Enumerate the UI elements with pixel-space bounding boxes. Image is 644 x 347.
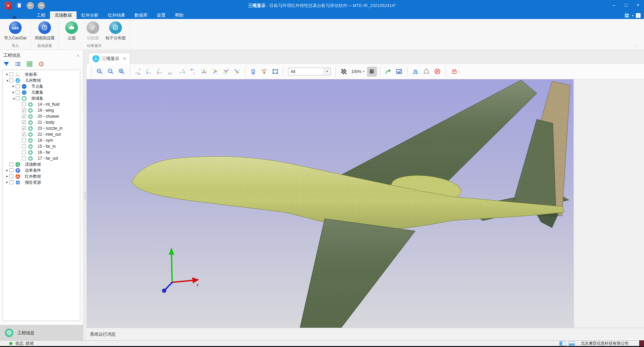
project-info-footer-button[interactable]: 工程信息: [0, 325, 83, 340]
minimize-button[interactable]: –: [608, 0, 620, 10]
zoom-out-button[interactable]: [106, 67, 116, 77]
tree-item-3[interactable]: ▶节点集: [3, 83, 80, 89]
tree-checkbox[interactable]: [22, 150, 26, 154]
expanded-arrow-icon[interactable]: ◢: [5, 79, 9, 82]
layout-toggle-2-icon[interactable]: [569, 341, 575, 346]
view-top-button[interactable]: [177, 67, 187, 77]
tree-checkbox[interactable]: [22, 138, 26, 142]
contour-cloud-button[interactable]: 云图: [63, 21, 80, 41]
particle-distribution-button[interactable]: 粒子分布图: [106, 21, 126, 41]
theme-toggle-button[interactable]: [636, 13, 641, 18]
close-button[interactable]: ×: [632, 0, 644, 10]
tree-checkbox[interactable]: ✓: [22, 120, 26, 124]
snapshot-button[interactable]: [394, 67, 404, 77]
menubar-dropdown-caret[interactable]: ▾: [632, 14, 633, 17]
tree-item-18[interactable]: ▶红外数据: [3, 173, 80, 179]
collapsed-arrow-icon[interactable]: ▶: [5, 169, 9, 172]
menu-item-3[interactable]: 红外分析: [77, 11, 103, 19]
tree-item-9[interactable]: ✓21 - body: [3, 119, 80, 125]
iso-view-1-button[interactable]: [199, 67, 209, 77]
collapsed-arrow-icon[interactable]: ▶: [5, 181, 9, 184]
zoom-in-button[interactable]: [95, 67, 105, 77]
collapsed-arrow-icon[interactable]: ▶: [11, 91, 16, 94]
tab-3d-view[interactable]: 三维显示 ✕: [88, 53, 130, 64]
archive-caret-icon[interactable]: ⌄: [459, 70, 461, 73]
maximize-button[interactable]: □: [620, 0, 632, 10]
menu-item-7[interactable]: 帮助: [170, 11, 188, 19]
panel-splitter[interactable]: [83, 50, 87, 340]
orbit-button[interactable]: [422, 67, 432, 77]
tree-checkbox[interactable]: [16, 96, 20, 100]
transparency-button[interactable]: [339, 67, 349, 77]
tree-item-13[interactable]: 15 - far_in: [3, 143, 80, 149]
node-display-button[interactable]: [259, 67, 269, 77]
tree-checkbox[interactable]: [9, 72, 13, 76]
apps-icon[interactable]: [624, 13, 629, 18]
grid-view-icon[interactable]: [27, 61, 33, 67]
redo-button[interactable]: ↷: [38, 2, 45, 9]
tree-checkbox[interactable]: [22, 156, 26, 160]
locate-target-icon[interactable]: [38, 61, 44, 67]
display-filter-select[interactable]: All▼: [288, 68, 331, 75]
tree-checkbox[interactable]: [16, 84, 20, 88]
export-view-button[interactable]: [383, 67, 393, 77]
tree-checkbox[interactable]: [9, 162, 13, 166]
zoom-fit-button[interactable]: [117, 67, 127, 77]
tree-item-8[interactable]: ✓20 - chuiwei: [3, 113, 80, 119]
mirror-button[interactable]: [411, 67, 421, 77]
tree-item-2[interactable]: ◢几何数据: [3, 77, 80, 83]
tree-checkbox[interactable]: [9, 174, 13, 178]
tree-item-1[interactable]: ▶坐标系: [3, 71, 80, 77]
archive-button[interactable]: ⌄: [449, 67, 463, 77]
view-back-button[interactable]: [144, 67, 154, 77]
menu-item-2[interactable]: 流场数据: [50, 11, 77, 19]
tree-item-15[interactable]: 17 - far_out: [3, 155, 80, 161]
tree-checkbox[interactable]: ✓: [22, 108, 26, 112]
tree-checkbox[interactable]: [9, 78, 13, 82]
filter-icon[interactable]: [3, 61, 9, 67]
collapsed-arrow-icon[interactable]: ▶: [5, 73, 9, 76]
menu-item-1[interactable]: 工程: [32, 11, 50, 19]
tree-item-4[interactable]: ▶元素集: [3, 89, 80, 95]
tree-checkbox[interactable]: [9, 168, 13, 172]
view-bottom-button[interactable]: [188, 67, 198, 77]
layout-toggle-1-icon[interactable]: [559, 341, 565, 346]
iso-view-3-button[interactable]: [221, 67, 231, 77]
clear-button[interactable]: [433, 67, 443, 77]
tree-item-6[interactable]: 14 - int_fluid: [3, 101, 80, 107]
tree-checkbox[interactable]: [9, 180, 13, 184]
collapse-ribbon-button[interactable]: ︿: [635, 43, 639, 48]
grid-button[interactable]: [367, 67, 377, 77]
list-view-icon[interactable]: [15, 61, 21, 67]
tree-item-16[interactable]: 流场数据: [3, 161, 80, 167]
zoom-level-control[interactable]: 100%▾: [351, 69, 364, 74]
app-logo-button[interactable]: ✈: [5, 2, 12, 9]
tree-item-17[interactable]: ▶边界条件: [3, 167, 80, 173]
view-left-button[interactable]: [155, 67, 165, 77]
tree-checkbox[interactable]: ✓: [22, 126, 26, 130]
tree-item-19[interactable]: ▶报告资源: [3, 179, 80, 185]
undo-button[interactable]: ↶: [27, 2, 34, 9]
collapsed-arrow-icon[interactable]: ▶: [5, 175, 9, 178]
box-select-button[interactable]: [270, 67, 280, 77]
tree-item-7[interactable]: ✓19 - wing: [3, 107, 80, 113]
iso-view-4-button[interactable]: [232, 67, 242, 77]
periodic-face-button[interactable]: 周期面设置: [35, 21, 55, 41]
collapsed-arrow-icon[interactable]: ▶: [11, 85, 16, 88]
menu-item-5[interactable]: 数据库: [130, 11, 152, 19]
camera-button[interactable]: [248, 67, 258, 77]
tab-close-icon[interactable]: ✕: [123, 56, 126, 61]
iso-view-2-button[interactable]: [210, 67, 220, 77]
view-right-button[interactable]: [166, 67, 176, 77]
menu-item-6[interactable]: 设置: [152, 11, 170, 19]
tree-checkbox[interactable]: [16, 90, 20, 94]
tree-checkbox[interactable]: [22, 144, 26, 148]
new-document-button[interactable]: [16, 2, 23, 9]
tree-item-5[interactable]: ◢面域集: [3, 95, 80, 101]
tree-item-11[interactable]: ✓22 - inlet_out: [3, 131, 80, 137]
cas-import-button[interactable]: cas导入Cas/Dat: [4, 21, 26, 41]
tree-item-10[interactable]: ✓23 - nozzle_in: [3, 125, 80, 131]
menu-item-4[interactable]: 红外结果: [103, 11, 130, 19]
tree-checkbox[interactable]: ✓: [22, 132, 26, 136]
collapse-panel-button[interactable]: ‹: [77, 53, 79, 57]
